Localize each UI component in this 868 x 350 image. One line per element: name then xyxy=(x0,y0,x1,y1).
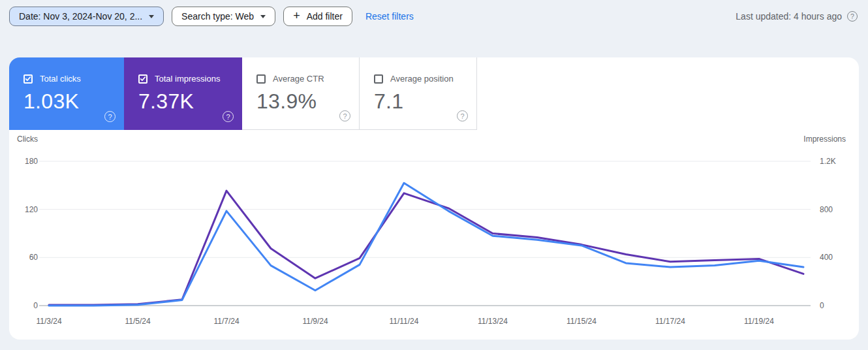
card-header: Average position xyxy=(374,74,466,84)
card-label: Total clicks xyxy=(40,74,81,84)
x-axis-tick: 11/13/24 xyxy=(478,317,508,326)
left-axis-tick: 60 xyxy=(29,253,39,262)
card-header: Total impressions xyxy=(138,74,232,84)
checkbox-unchecked-icon[interactable] xyxy=(374,74,383,84)
card-header: Average CTR xyxy=(256,74,349,84)
checkbox-checked-icon[interactable] xyxy=(138,74,147,84)
last-updated-text: Last updated: 4 hours ago xyxy=(736,11,842,22)
impressions-line[interactable] xyxy=(49,191,803,305)
plus-icon: + xyxy=(293,10,300,22)
x-axis-tick: 11/3/24 xyxy=(36,317,61,326)
x-axis-tick: 11/9/24 xyxy=(302,317,328,326)
date-filter-label: Date: Nov 3, 2024-Nov 20, 2... xyxy=(19,11,142,22)
left-axis-tick: 0 xyxy=(33,301,38,310)
left-axis-tick: 180 xyxy=(25,157,38,166)
help-icon[interactable]: ? xyxy=(847,11,858,22)
date-filter-chip[interactable]: Date: Nov 3, 2024-Nov 20, 2... xyxy=(9,7,164,26)
x-axis-tick: 11/17/24 xyxy=(655,317,685,326)
metric-card-average-position[interactable]: Average position 7.1 ? xyxy=(360,57,477,130)
card-value: 13.9% xyxy=(256,89,349,114)
metric-card-total-clicks[interactable]: Total clicks 1.03K ? xyxy=(9,57,124,130)
card-label: Average CTR xyxy=(273,74,324,84)
add-filter-button[interactable]: + Add filter xyxy=(283,7,352,26)
help-icon[interactable]: ? xyxy=(339,110,350,121)
x-axis-tick: 11/7/24 xyxy=(213,317,239,326)
filter-toolbar: Date: Nov 3, 2024-Nov 20, 2... Search ty… xyxy=(0,0,868,26)
card-value: 7.1 xyxy=(374,89,466,114)
search-type-label: Search type: Web xyxy=(181,11,254,22)
right-axis-tick: 400 xyxy=(820,253,833,262)
add-filter-label: Add filter xyxy=(307,11,343,22)
checkbox-checked-icon[interactable] xyxy=(23,74,33,84)
right-axis-tick: 1.2K xyxy=(820,157,836,166)
left-axis-title: Clicks xyxy=(17,135,38,144)
checkbox-unchecked-icon[interactable] xyxy=(256,74,266,84)
card-value: 7.37K xyxy=(138,89,232,114)
x-axis-tick: 11/19/24 xyxy=(744,317,774,326)
right-axis-title: Impressions xyxy=(803,135,846,144)
card-label: Average position xyxy=(390,74,454,84)
right-axis-tick: 0 xyxy=(820,301,824,310)
card-value: 1.03K xyxy=(23,89,114,114)
reset-filters-link[interactable]: Reset filters xyxy=(365,11,414,22)
metric-card-total-impressions[interactable]: Total impressions 7.37K ? xyxy=(124,57,242,130)
chevron-down-icon xyxy=(260,15,266,18)
help-icon[interactable]: ? xyxy=(223,111,234,122)
search-type-chip[interactable]: Search type: Web xyxy=(172,7,275,26)
metric-card-average-ctr[interactable]: Average CTR 13.9% ? xyxy=(242,57,360,130)
card-label: Total impressions xyxy=(155,74,220,84)
chevron-down-icon xyxy=(149,15,154,18)
performance-chart[interactable]: 060120180Clicks04008001.2KImpressions11/… xyxy=(9,130,859,340)
x-axis-tick: 11/11/24 xyxy=(390,317,419,326)
x-axis-tick: 11/15/24 xyxy=(566,317,597,326)
help-icon[interactable]: ? xyxy=(457,110,468,121)
x-axis-tick: 11/5/24 xyxy=(125,317,150,326)
help-icon[interactable]: ? xyxy=(104,111,116,122)
performance-panel: Total clicks 1.03K ? Total impressions 7… xyxy=(9,57,859,340)
last-updated: Last updated: 4 hours ago ? xyxy=(736,11,858,22)
left-axis-tick: 120 xyxy=(25,205,38,214)
card-header: Total clicks xyxy=(23,74,114,84)
right-axis-tick: 800 xyxy=(820,205,833,214)
metric-cards-row: Total clicks 1.03K ? Total impressions 7… xyxy=(9,57,859,130)
